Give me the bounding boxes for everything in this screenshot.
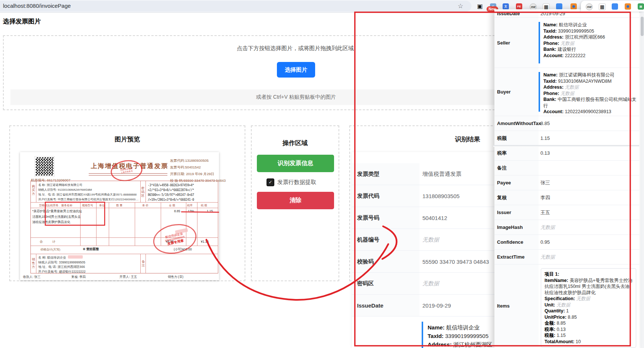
kv-value: 航信培训企业 — [559, 22, 587, 27]
translate-extension-icon[interactable]: 文 — [503, 3, 509, 10]
row-label: Buyer — [494, 68, 539, 116]
item-name-line: 油祛痘油性皮肤护肤品淡化 — [32, 219, 82, 225]
kv-line: UnitPrice: 8.85 — [545, 314, 634, 321]
url-text[interactable]: localhost:8080/invoicePage — [3, 3, 71, 9]
sheet-extension-icon[interactable]: ▦ — [638, 3, 644, 10]
item-name-line: *美容护肤品*曼秀雷敦男士控油抗痘 — [32, 209, 82, 214]
row-label: Confidence — [494, 235, 539, 249]
dict-extension-icon-2[interactable] — [625, 3, 631, 10]
invoice-info-line: 发票号码:50401542 — [170, 164, 226, 171]
kv-key: Name: — [543, 72, 558, 78]
line-extract-option[interactable]: ✓ 发票行数据提取 — [267, 178, 333, 186]
kv-key: Account: — [543, 109, 563, 114]
buyer-details: Name: 浙江诺诺网络科技有限公司TaxId: 91330106MA2AYNW… — [539, 72, 639, 112]
item-taxrate: 13% — [188, 209, 194, 213]
row-label: IssueDate — [494, 9, 539, 17]
kv-key: Bank: — [543, 97, 556, 102]
buyer-field-line: 纳税人识别号: 91330106MA2AYNWD8M — [38, 187, 139, 192]
col-header: 单位 — [99, 204, 105, 207]
items-details: 项目 1: ItemName: 美容护肤品+曼秀雷敦男士控油抗痘洁面乳150ml… — [541, 268, 636, 348]
row-label: 发票类型 — [352, 163, 419, 185]
select-image-button[interactable]: 选择图片 — [277, 62, 315, 78]
qr-code-extension-icon-2[interactable]: ▦ — [599, 3, 606, 10]
recognize-invoice-button[interactable]: 识别发票信息 — [257, 155, 334, 172]
checkbox-checked-icon[interactable]: ✓ — [267, 178, 274, 186]
kv-value: 无数据 — [556, 302, 571, 308]
col-header: 税率 — [187, 204, 193, 207]
invoice-footer: 收款人: 张三复核: 李四开票人: 王五销售方:(章) — [23, 275, 216, 279]
kv-key: 金额: — [545, 321, 555, 326]
card-extension-icon-2[interactable] — [612, 3, 618, 10]
total-label: 合 计 — [40, 240, 56, 244]
kv-key: Address: — [543, 35, 563, 40]
kv-value: 120222490900238913 — [565, 109, 611, 114]
card-extension-icon[interactable] — [556, 3, 562, 10]
invoice-footer-item: 复核: 李四 — [71, 275, 120, 279]
overlay-kv-rows: AmountWithoutTax 8.85 税额 1.15 税率 0.13 备注… — [494, 116, 639, 265]
row-value: 8.85 — [539, 116, 639, 131]
kv-line: Bank: 中国工商银行股份有限公司杭州城站支行 — [543, 96, 639, 109]
kv-line: Unit: 无数据 — [545, 302, 634, 308]
kv-value: 浙江诺诺网络科技有限公司 — [559, 72, 615, 78]
kv-value: 无数据 — [560, 41, 575, 46]
second-window-toolbar: md ▦ ▦ — [581, 1, 644, 12]
seller-field-line: 地 址、电 话: 浙江杭州西湖区666 — [38, 265, 86, 269]
kv-line: Phone: 无数据 — [543, 40, 639, 47]
kv-key: TotalAmount: — [545, 339, 574, 344]
extensions-panel-icon[interactable]: ▣ — [477, 3, 483, 10]
kv-value: 无数据 — [565, 85, 579, 90]
kv-key: Address: — [428, 341, 452, 348]
kv-key: Phone: — [543, 91, 559, 96]
kv-value: 22222222 — [565, 53, 586, 58]
dict-icon-dot-2 — [627, 5, 629, 8]
buyer-fields: 名 称: 浙江诺诺网络科技有限公司纳税人识别号: 91330106MA2AYNW… — [38, 183, 139, 202]
scrollbar-thumb[interactable] — [641, 17, 644, 36]
dict-extension-icon[interactable] — [571, 3, 577, 10]
kv-line: TaxId: 91330106MA2AYNWD8M — [543, 78, 639, 85]
row-value — [539, 161, 639, 175]
preview-panel-title: 图片预览 — [10, 135, 245, 144]
total-tax: ¥1.15 — [201, 240, 209, 243]
kv-line: Account: 22222222 — [543, 53, 639, 59]
seller-field-line: 纳税人识别号: 339901999999505 — [38, 260, 86, 265]
row-value: 0.95 — [539, 235, 639, 249]
invoice-footer-item: 开票人: 王五 — [120, 275, 168, 279]
kv-value: 航信培训企业 — [446, 324, 480, 331]
row-label: 备注 — [494, 161, 539, 175]
kv-key: ItemName: — [545, 278, 568, 283]
seller-field-line: 开户行及账号: 建设银行22222222 — [38, 269, 86, 274]
overlay-result-window: IssueDate 2019-09-29 Seller Name: 航信培训企业… — [494, 9, 639, 348]
markdown-extension-icon-2[interactable]: md — [586, 3, 593, 10]
kv-key: Quantity: — [545, 308, 565, 313]
row-label: 发票号码 — [352, 207, 419, 229]
kv-line: Address: 无数据 — [543, 84, 639, 91]
password-line: -3*418/+4958-00263>97459>4* — [148, 183, 194, 188]
overlay-panel-seam — [493, 145, 639, 147]
kv-key: 项目 1: — [545, 272, 559, 277]
kv-line: Account: 120222490900238913 — [543, 109, 639, 115]
col-header: 规格型号 — [82, 204, 93, 207]
kv-value: 33990199999505 — [558, 29, 594, 34]
invoice-info-line: 发票代码:131880930505 — [170, 157, 226, 164]
password-area: -3*418/+4958-00263>97459>4*>2/*61+3*0>8/… — [148, 183, 194, 202]
row-label: 税额 — [494, 131, 539, 145]
kv-key: Phone: — [543, 41, 559, 46]
kv-key: Address: — [543, 85, 563, 90]
table-row: 税额 1.15 — [494, 131, 639, 146]
clear-button[interactable]: 清除 — [257, 192, 334, 209]
fe-extension-icon[interactable]: FE — [516, 3, 522, 10]
kv-line: 项目 1: — [545, 271, 634, 278]
bookmark-star-icon[interactable]: ☆ — [458, 2, 463, 10]
dict-icon-dot — [572, 5, 575, 8]
kv-key: TaxId: — [543, 79, 557, 84]
row-label: ExtractTime — [494, 250, 539, 264]
col-header: 税 额 — [201, 204, 207, 207]
row-value: 无数据 — [539, 220, 639, 234]
kv-line: Name: 浙江诺诺网络科技有限公司 — [543, 72, 639, 78]
kv-line: Bank: 建设银行 — [543, 46, 639, 53]
kv-value: 浙江杭州西湖区666 — [565, 35, 605, 40]
row-value: 王五 — [539, 205, 639, 220]
table-row: 备注 — [494, 161, 639, 175]
grand-label: 价税合计(大写) — [40, 247, 60, 252]
page-scrollbar[interactable] — [640, 12, 644, 348]
